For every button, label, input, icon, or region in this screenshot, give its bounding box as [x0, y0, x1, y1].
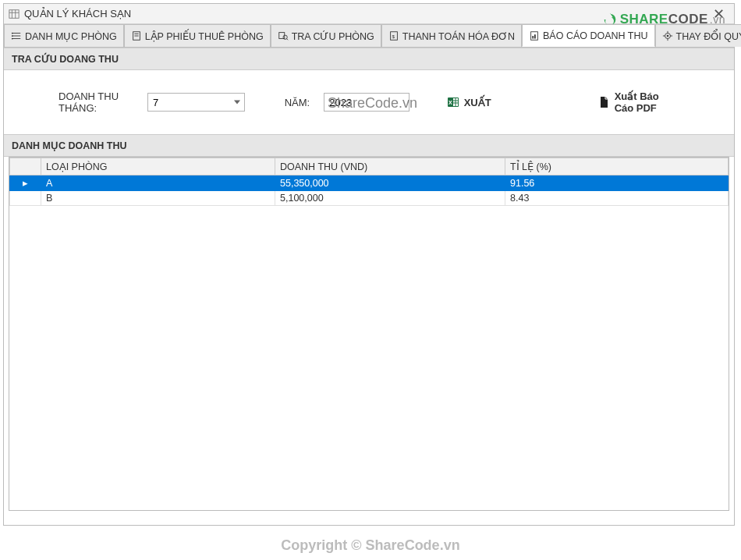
cell-tile: 8.43 [505, 191, 729, 206]
tab-tra-cuu-phong[interactable]: TRA CỨU PHÒNG [271, 24, 381, 47]
app-icon [9, 9, 20, 19]
app-window: QUẢN LÝ KHÁCH SẠN ✕ DANH MỤC PHÒNG LẬP P… [3, 3, 735, 526]
export-button[interactable]: X XUẤT [444, 94, 495, 110]
svg-text:$: $ [392, 34, 395, 39]
export-pdf-button[interactable]: Xuất Báo Cáo PDF [594, 89, 679, 115]
cell-tile: 91.56 [505, 175, 729, 191]
svg-rect-20 [534, 34, 536, 38]
tab-thanh-toan[interactable]: $ THANH TOÁN HÓA ĐƠN [381, 24, 522, 47]
search-icon [278, 30, 289, 41]
row-indicator: ▸ [10, 175, 41, 191]
window-title: QUẢN LÝ KHÁCH SẠN [24, 8, 131, 19]
table-header-row: LOẠI PHÒNG DOANH THU (VND) TỈ LỆ (%) [10, 158, 729, 175]
cell-loai: A [41, 175, 275, 191]
list-icon [11, 30, 22, 41]
col-doanh-thu[interactable]: DOANH THU (VND) [275, 158, 505, 175]
watermark-footer: Copyright © ShareCode.vn [0, 537, 741, 554]
month-combo[interactable] [147, 93, 245, 112]
tab-label: TRA CỨU PHÒNG [292, 30, 374, 42]
search-section-header: TRA CỨU DOANG THU [4, 48, 734, 70]
svg-point-22 [666, 35, 668, 37]
year-label: NĂM: [285, 97, 310, 108]
cell-doanhthu: 5,100,000 [275, 191, 505, 206]
year-input[interactable] [324, 93, 410, 112]
report-icon [529, 30, 540, 41]
tab-label: DANH MỤC PHÒNG [25, 30, 117, 42]
cell-doanhthu: 55,350,000 [275, 175, 505, 191]
col-ti-le[interactable]: TỈ LỆ (%) [505, 158, 729, 175]
row-indicator-header [10, 158, 41, 175]
tab-label: LẬP PHIẾU THUÊ PHÒNG [145, 30, 264, 42]
close-button[interactable]: ✕ [708, 5, 729, 23]
svg-text:X: X [448, 100, 452, 105]
gear-icon [662, 30, 673, 41]
tab-danh-muc-phong[interactable]: DANH MỤC PHÒNG [4, 24, 124, 47]
list-section-header: DANH MỤC DOANH THU [4, 134, 734, 157]
export-pdf-label: Xuất Báo Cáo PDF [615, 90, 676, 114]
tab-quy-dinh[interactable]: THAY ĐỔI QUY ĐỊNH [655, 24, 741, 47]
svg-line-15 [286, 39, 288, 41]
table-row[interactable]: B5,100,0008.43 [10, 191, 729, 206]
titlebar-left: QUẢN LÝ KHÁCH SẠN [9, 8, 131, 19]
table-row[interactable]: ▸A55,350,00091.56 [10, 175, 729, 191]
col-loai-phong[interactable]: LOẠI PHÒNG [41, 158, 275, 175]
cell-loai: B [41, 191, 275, 206]
svg-point-9 [12, 38, 13, 40]
tab-label: BÁO CÁO DOANH THU [543, 30, 648, 41]
tab-label: THANH TOÁN HÓA ĐƠN [402, 30, 515, 42]
filter-row: DOANH THU THÁNG: NĂM: X XUẤT Xuất Báo Cá… [4, 70, 734, 134]
form-icon [131, 30, 142, 41]
svg-rect-0 [9, 9, 19, 18]
month-label: DOANH THU THÁNG: [58, 90, 133, 114]
titlebar: QUẢN LÝ KHÁCH SẠN ✕ [4, 4, 734, 24]
tabbar: DANH MỤC PHÒNG LẬP PHIẾU THUÊ PHÒNG TRA … [4, 24, 734, 48]
tab-lap-phieu[interactable]: LẬP PHIẾU THUÊ PHÒNG [124, 24, 271, 47]
export-label: XUẤT [464, 97, 491, 108]
excel-icon: X [447, 96, 459, 108]
svg-rect-19 [532, 36, 534, 39]
pdf-icon [597, 96, 610, 108]
row-indicator [10, 191, 41, 206]
svg-point-7 [12, 33, 13, 34]
revenue-grid[interactable]: LOẠI PHÒNG DOANH THU (VND) TỈ LỆ (%) ▸A5… [9, 157, 729, 511]
invoice-icon: $ [388, 30, 399, 41]
tab-bao-cao[interactable]: BÁO CÁO DOANH THU [522, 24, 655, 47]
tab-label: THAY ĐỔI QUY ĐỊNH [676, 30, 741, 42]
svg-point-8 [12, 35, 13, 37]
